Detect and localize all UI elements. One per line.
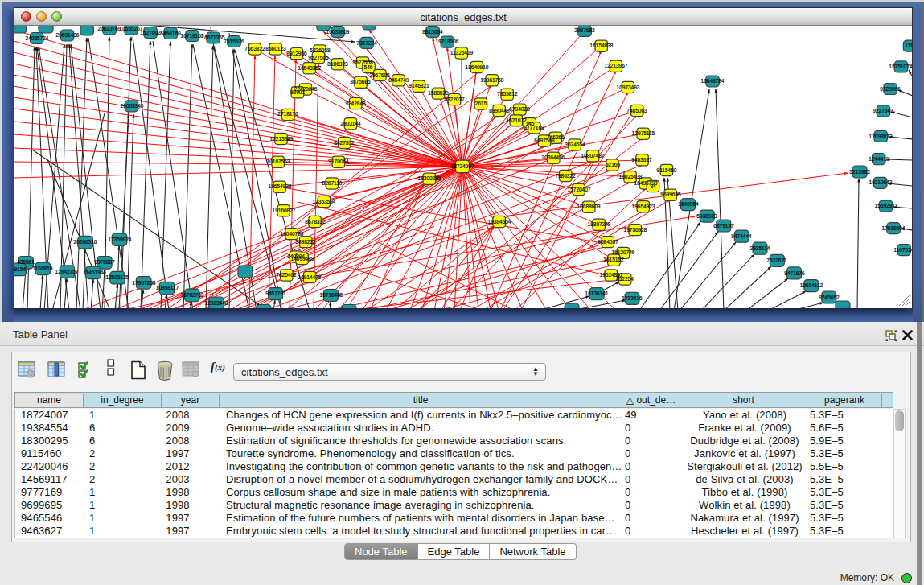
svg-text:8912956: 8912956 [286,51,307,56]
svg-text:16033809: 16033809 [326,29,350,35]
svg-text:3498222: 3498222 [295,239,316,245]
svg-text:10958117: 10958117 [156,285,179,290]
svg-text:20623769: 20623769 [98,26,121,31]
svg-text:24055724: 24055724 [26,35,49,41]
svg-text:7955812: 7955812 [497,91,518,97]
svg-text:10973493: 10973493 [617,84,640,90]
svg-text:7663822: 7663822 [244,46,265,51]
svg-text:17957255: 17957255 [133,280,156,286]
svg-text:252254: 252254 [616,276,634,282]
svg-text:6466160: 6466160 [160,31,181,36]
svg-text:12505135: 12505135 [106,274,129,280]
svg-text:435061: 435061 [17,259,35,265]
svg-text:9699695: 9699695 [660,192,681,197]
svg-text:18640910: 18640910 [466,64,489,70]
svg-text:12942757: 12942757 [55,269,79,274]
svg-text:15692971: 15692971 [875,203,898,208]
svg-text:20053346: 20053346 [121,103,144,109]
svg-text:1156819: 1156819 [33,266,53,271]
svg-text:9146821: 9146821 [409,83,429,89]
svg-text:1112: 1112 [905,43,912,48]
svg-text:1615152: 1615152 [603,257,624,262]
svg-text:16914479: 16914479 [298,274,322,280]
svg-text:7485063: 7485063 [626,108,647,113]
svg-text:7357224: 7357224 [356,40,377,46]
svg-text:9245652: 9245652 [819,295,840,300]
svg-text:8267110: 8267110 [322,180,343,186]
svg-text:39154: 39154 [14,266,26,272]
svg-text:16543362: 16543362 [298,65,322,71]
svg-text:9084067: 9084067 [598,239,618,245]
svg-text:1145194: 1145194 [84,270,104,275]
svg-text:12213967: 12213967 [605,63,628,68]
svg-text:11325419: 11325419 [450,50,474,56]
svg-text:1588520: 1588520 [428,90,449,96]
svg-text:1167534: 1167534 [894,247,912,253]
svg-text:9975887: 9975887 [94,259,115,265]
svg-text:5226058: 5226058 [310,47,331,53]
svg-text:8471676: 8471676 [784,270,805,276]
svg-text:10961758: 10961758 [481,77,504,83]
svg-text:8186323: 8186323 [327,61,348,67]
svg-text:17016504: 17016504 [882,225,906,231]
svg-text:8660123: 8660123 [265,46,286,51]
svg-text:12923448: 12923448 [205,300,228,306]
svg-text:20206516: 20206516 [74,239,97,245]
svg-text:7515526: 7515526 [224,39,244,44]
svg-text:20364436: 20364436 [542,154,565,160]
svg-text:10807487: 10807487 [581,153,605,159]
svg-text:62160: 62160 [606,162,620,167]
svg-text:18300295: 18300295 [418,175,441,181]
svg-text:8990448: 8990448 [489,108,510,113]
svg-text:7986322: 7986322 [555,173,576,179]
svg-text:3875685: 3875685 [350,79,371,84]
svg-text:2967608: 2967608 [369,72,390,78]
svg-text:2935114: 2935114 [750,245,770,251]
svg-text:12213389: 12213389 [270,136,294,142]
svg-text:19166827: 19166827 [273,208,296,213]
svg-text:15716485: 15716485 [320,292,343,298]
svg-text:19218506: 19218506 [436,39,459,44]
svg-text:15751074: 15751074 [889,64,912,69]
svg-text:7632621: 7632621 [766,257,787,263]
svg-text:9474444: 9474444 [731,233,752,239]
svg-text:2615: 2615 [475,101,487,106]
svg-text:98901: 98901 [290,89,305,95]
svg-text:1527602: 1527602 [140,30,161,35]
svg-text:2087682: 2087682 [574,27,595,33]
svg-text:10688609: 10688609 [577,204,601,209]
svg-text:16671355: 16671355 [202,35,225,40]
svg-text:9457791: 9457791 [265,290,286,296]
svg-text:6794028: 6794028 [509,106,530,112]
svg-text:14099489: 14099489 [291,256,314,262]
svg-text:5322037: 5322037 [444,97,465,102]
svg-text:10046786: 10046786 [281,231,304,237]
svg-text:6879197: 6879197 [713,223,734,229]
svg-text:16648784: 16648784 [701,78,725,84]
svg-text:19756928: 19756928 [624,227,647,233]
svg-text:19654928: 19654928 [269,183,292,189]
svg-text:19654923: 19654923 [632,204,655,209]
svg-text:16154838: 16154838 [590,43,614,48]
svg-text:7625402: 7625402 [276,272,297,278]
svg-text:1621072: 1621072 [506,117,527,123]
svg-text:18807249: 18807249 [588,221,611,227]
svg-text:12093872: 12093872 [869,134,893,139]
svg-text:6497568: 6497568 [534,138,555,143]
svg-text:8427552: 8427552 [334,140,355,146]
svg-text:2718176: 2718176 [277,111,298,117]
svg-text:9242848: 9242848 [345,101,366,106]
svg-text:12353594: 12353594 [313,199,336,204]
svg-text:3215983: 3215983 [849,169,870,175]
svg-text:9170064: 9170064 [328,159,349,164]
svg-text:3624554: 3624554 [565,142,585,147]
svg-text:1244419: 1244419 [869,156,889,162]
svg-text:20691406: 20691406 [56,32,80,38]
svg-text:2803144: 2803144 [340,121,361,126]
svg-text:9777169: 9777169 [524,125,544,130]
svg-text:5938923: 5938923 [696,213,717,219]
svg-text:16210643: 16210643 [869,179,893,185]
svg-text:16120746: 16120746 [612,249,635,255]
svg-text:8678332: 8678332 [305,219,326,225]
svg-text:17359924: 17359924 [109,237,132,242]
